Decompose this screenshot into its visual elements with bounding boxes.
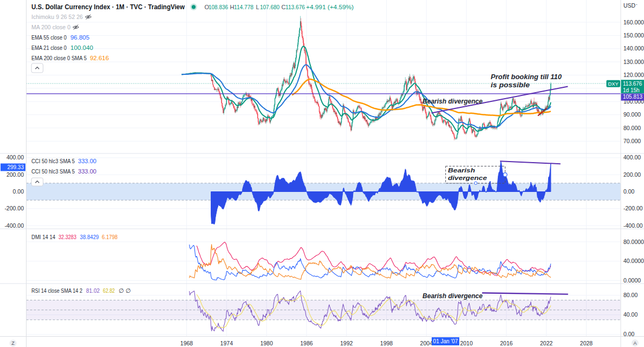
svg-text:-200.00: -200.00 [4, 205, 24, 211]
svg-text:105.813: 105.813 [623, 94, 643, 100]
svg-text:CCI 50 hlc3 SMA 5: CCI 50 hlc3 SMA 5 [31, 158, 75, 164]
svg-text:80.000: 80.000 [623, 125, 641, 131]
svg-text:+4.991 (+4.59%): +4.991 (+4.59%) [306, 4, 354, 10]
svg-text:96.805: 96.805 [70, 34, 89, 41]
svg-text:1974: 1974 [220, 340, 233, 346]
svg-text:299.33: 299.33 [7, 164, 24, 170]
svg-text:70.000: 70.000 [623, 138, 641, 144]
svg-text:Bearish divergence: Bearish divergence [422, 292, 483, 300]
svg-text:01 Jan '07: 01 Jan '07 [433, 338, 458, 344]
svg-text:divergence: divergence [448, 175, 487, 181]
svg-text:113.676: 113.676 [623, 81, 642, 87]
svg-text:is possible: is possible [491, 81, 530, 89]
svg-text:120.000: 120.000 [623, 72, 644, 78]
svg-text:92.616: 92.616 [90, 55, 109, 61]
svg-text:-400.00: -400.00 [4, 222, 24, 229]
svg-text:2004: 2004 [420, 340, 433, 346]
svg-text:ˆ: ˆ [636, 3, 638, 8]
svg-text:38.8429: 38.8429 [80, 234, 99, 240]
svg-text:Bearish: Bearish [448, 167, 475, 174]
svg-text:U.S. Dollar Currency Index · 1: U.S. Dollar Currency Index · 1M · TVC · … [31, 3, 185, 11]
svg-text:L: L [256, 4, 259, 10]
svg-text:-200.00: -200.00 [623, 205, 643, 211]
svg-text:2016: 2016 [500, 340, 513, 346]
svg-text:2010: 2010 [460, 340, 473, 346]
svg-text:0.00: 0.00 [623, 188, 635, 195]
svg-text:160.000: 160.000 [623, 19, 644, 25]
svg-text:0.00: 0.00 [13, 188, 24, 195]
svg-text:130.000: 130.000 [623, 59, 644, 65]
svg-text:Profit booking till 110: Profit booking till 110 [491, 73, 562, 81]
svg-text:USD: USD [623, 2, 636, 9]
svg-text:113.676: 113.676 [285, 4, 305, 10]
svg-text:Ichimoku 9 26 52 26: Ichimoku 9 26 52 26 [31, 14, 83, 20]
svg-text:80.0000: 80.0000 [623, 239, 644, 245]
svg-text:1d 15h: 1d 15h [623, 87, 640, 93]
svg-text:90.000: 90.000 [623, 111, 641, 118]
svg-text:1992: 1992 [340, 340, 353, 346]
svg-text:107.680: 107.680 [260, 4, 279, 10]
svg-text:1998: 1998 [380, 340, 393, 346]
svg-text:200.00: 200.00 [6, 171, 24, 178]
svg-text:32.3283: 32.3283 [58, 234, 76, 240]
svg-text:Z: Z [11, 340, 15, 346]
svg-text:81.02: 81.02 [86, 287, 100, 294]
svg-text:200.00: 200.00 [623, 171, 641, 178]
svg-text:2022: 2022 [540, 340, 553, 346]
svg-text:1980: 1980 [260, 340, 273, 346]
svg-text:EMA 21 close 0: EMA 21 close 0 [31, 44, 67, 51]
svg-text:MA 200 close 0: MA 200 close 0 [31, 24, 70, 30]
svg-text:150.000: 150.000 [623, 32, 644, 38]
svg-text:2028: 2028 [580, 340, 593, 346]
svg-text:400.00: 400.00 [6, 154, 24, 160]
svg-text:62.82: 62.82 [103, 287, 115, 294]
svg-text:DMI 14 14: DMI 14 14 [31, 234, 55, 240]
svg-text:100.040: 100.040 [70, 44, 93, 51]
svg-text:40.0000: 40.0000 [623, 258, 644, 264]
svg-text:CCI 50 hlc3 SMA 5: CCI 50 hlc3 SMA 5 [31, 168, 75, 175]
svg-text:400.00: 400.00 [623, 154, 641, 160]
svg-text:333.00: 333.00 [78, 158, 96, 164]
svg-text:140.000: 140.000 [623, 45, 644, 52]
svg-text:1968: 1968 [180, 340, 193, 346]
svg-text:333.00: 333.00 [78, 168, 96, 175]
svg-text:EMA 55 close 0: EMA 55 close 0 [31, 34, 67, 41]
svg-text:0.0000: 0.0000 [623, 277, 641, 284]
svg-text:80.00: 80.00 [623, 292, 638, 298]
svg-text:-400.00: -400.00 [623, 222, 643, 229]
svg-text:114.778: 114.778 [234, 4, 253, 10]
svg-text:EMA 200 close 0 SMA 5: EMA 200 close 0 SMA 5 [31, 55, 87, 61]
svg-text:DXY: DXY [608, 81, 619, 87]
svg-text:Bearish divergence: Bearish divergence [422, 98, 483, 105]
svg-text:1986: 1986 [300, 340, 313, 346]
svg-text:108.836: 108.836 [209, 4, 228, 10]
svg-text:RSI 14 close SMA 14 2: RSI 14 close SMA 14 2 [31, 287, 82, 294]
svg-text:0.00: 0.00 [623, 331, 635, 337]
svg-text:A: A [633, 340, 636, 346]
svg-text:40.00: 40.00 [623, 311, 638, 318]
svg-text:6.1798: 6.1798 [102, 234, 118, 240]
svg-text:∅ ∅: ∅ ∅ [119, 287, 131, 294]
